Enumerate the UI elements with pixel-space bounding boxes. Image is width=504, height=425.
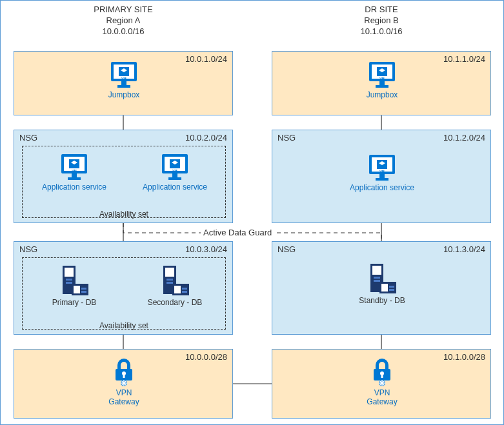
- svg-rect-36: [81, 291, 86, 293]
- svg-rect-64: [379, 174, 385, 178]
- dr-vpn-label2: Gateway: [343, 398, 421, 407]
- primary-db-cidr: 10.0.3.0/24: [185, 244, 227, 254]
- dr-region: Region B: [272, 15, 491, 26]
- svg-rect-20: [68, 177, 81, 180]
- primary-vpn-label2: Gateway: [85, 398, 163, 407]
- primary-vpn-zone: 10.0.0.0/28 VPN Gateway: [14, 349, 233, 419]
- vpn-gateway-icon: [109, 357, 139, 387]
- dr-db-label: Standby - DB: [343, 297, 421, 306]
- svg-rect-31: [66, 279, 72, 281]
- svg-rect-58: [376, 85, 388, 88]
- svg-text:VM: VM: [72, 169, 77, 173]
- primary-db2-label: Secondary - DB: [136, 299, 214, 308]
- dr-vpn-label1: VPN: [343, 389, 421, 398]
- svg-rect-42: [174, 286, 181, 293]
- primary-app-nsg: NSG: [19, 133, 37, 143]
- primary-db2-node: Secondary - DB: [136, 264, 214, 308]
- dr-cidr: 10.1.0.0/16: [272, 26, 491, 37]
- dr-jumpbox-label: Jumpbox: [343, 91, 421, 100]
- svg-rect-30: [65, 268, 74, 277]
- svg-rect-69: [374, 277, 380, 279]
- dr-vpn-node: VPN Gateway: [343, 357, 421, 407]
- svg-rect-70: [374, 280, 380, 282]
- dr-db-nsg: NSG: [277, 244, 296, 254]
- dr-site-header: DR SITE Region B 10.1.0.0/16: [272, 5, 491, 37]
- dr-vpn-cidr: 10.1.0.0/28: [443, 352, 485, 362]
- dr-db-node: Standby - DB: [343, 262, 421, 306]
- dr-vpn-zone: 10.1.0.0/28 VPN Gateway: [272, 349, 491, 419]
- primary-db-zone: NSG 10.0.3.0/24 Primary - DB Secondary -…: [14, 241, 233, 335]
- primary-region: Region A: [14, 15, 233, 26]
- svg-rect-65: [376, 178, 388, 181]
- db-server-icon: [57, 264, 91, 297]
- svg-rect-13: [117, 85, 130, 88]
- primary-jumpbox-node: VM Jumpbox: [85, 61, 163, 100]
- svg-rect-35: [81, 288, 86, 290]
- svg-rect-39: [166, 279, 173, 281]
- db-server-icon: [365, 262, 399, 295]
- primary-jumpbox-cidr: 10.0.1.0/24: [185, 54, 227, 64]
- vm-icon: VM: [161, 153, 189, 181]
- primary-app1-node: VM Application service: [35, 153, 113, 192]
- primary-app1-label: Application service: [35, 183, 113, 192]
- svg-rect-74: [389, 289, 394, 291]
- primary-vpn-cidr: 10.0.0.0/28: [185, 352, 227, 362]
- svg-rect-32: [66, 282, 72, 284]
- dr-db-zone: NSG 10.1.3.0/24 Standby - DB: [272, 241, 491, 335]
- primary-vpn-node: VPN Gateway: [85, 357, 163, 407]
- primary-app2-node: VM Application service: [136, 153, 214, 192]
- vm-icon: VM: [368, 61, 396, 89]
- primary-app2-label: Application service: [136, 183, 214, 192]
- dr-app-node: VM Application service: [343, 153, 421, 193]
- svg-text:VM: VM: [121, 77, 126, 81]
- vm-icon: VM: [60, 153, 88, 181]
- svg-rect-73: [389, 286, 394, 288]
- primary-db-avset-label: Availability set: [23, 321, 225, 330]
- dr-app-zone: NSG 10.1.2.0/24 VM Application service: [272, 130, 491, 223]
- svg-rect-34: [74, 286, 80, 293]
- vm-icon: VM: [368, 153, 396, 182]
- dr-app-nsg: NSG: [277, 133, 296, 143]
- primary-title: PRIMARY SITE: [14, 5, 233, 15]
- svg-rect-68: [372, 266, 381, 275]
- svg-rect-26: [172, 173, 177, 177]
- primary-app-avset-label: Availability set: [23, 210, 225, 219]
- primary-app-cidr: 10.0.2.0/24: [185, 133, 227, 143]
- dr-jumpbox-cidr: 10.1.1.0/24: [443, 54, 485, 64]
- svg-text:VM: VM: [172, 169, 177, 173]
- primary-site-header: PRIMARY SITE Region A 10.0.0.0/16: [14, 5, 233, 37]
- primary-jumpbox-label: Jumpbox: [85, 91, 163, 100]
- primary-app-zone: NSG 10.0.2.0/24 VM Application service V…: [14, 130, 233, 223]
- diagram-canvas: PRIMARY SITE Region A 10.0.0.0/16 DR SIT…: [0, 0, 504, 425]
- svg-text:VM: VM: [379, 170, 385, 173]
- vm-icon: VM: [110, 61, 138, 89]
- svg-rect-77: [381, 374, 383, 378]
- active-data-guard-label: Active Data Guard: [201, 228, 274, 237]
- svg-rect-57: [379, 81, 385, 85]
- svg-rect-44: [182, 291, 187, 293]
- svg-rect-12: [121, 81, 126, 85]
- svg-rect-43: [182, 288, 187, 290]
- primary-cidr: 10.0.0.0/16: [14, 26, 233, 37]
- primary-db-nsg: NSG: [19, 244, 37, 254]
- svg-text:VM: VM: [379, 77, 385, 81]
- db-server-icon: [158, 264, 192, 297]
- dr-app-label: Application service: [343, 184, 421, 193]
- svg-rect-72: [381, 284, 388, 292]
- dr-title: DR SITE: [272, 5, 491, 15]
- svg-rect-47: [123, 374, 125, 378]
- vpn-gateway-icon: [367, 357, 397, 387]
- svg-rect-27: [168, 177, 181, 180]
- primary-app-avset: VM Application service VM Application se…: [22, 146, 226, 218]
- dr-jumpbox-node: VM Jumpbox: [343, 61, 421, 100]
- svg-rect-40: [166, 282, 173, 284]
- svg-rect-38: [165, 268, 174, 277]
- primary-db-avset: Primary - DB Secondary - DB Availability…: [22, 257, 226, 330]
- primary-jumpbox-zone: 10.0.1.0/24 VM Jumpbox: [14, 51, 233, 115]
- dr-db-cidr: 10.1.3.0/24: [443, 244, 485, 254]
- dr-jumpbox-zone: 10.1.1.0/24 VM Jumpbox: [272, 51, 491, 115]
- primary-db1-node: Primary - DB: [35, 264, 113, 308]
- dr-app-cidr: 10.1.2.0/24: [443, 133, 485, 143]
- primary-db1-label: Primary - DB: [35, 299, 113, 308]
- svg-rect-19: [72, 173, 77, 177]
